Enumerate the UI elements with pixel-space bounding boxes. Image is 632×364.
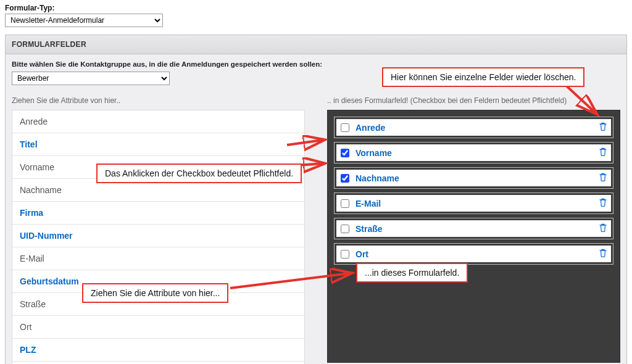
form-field-label: E-Mail <box>356 199 599 209</box>
trash-icon[interactable] <box>599 223 607 234</box>
form-type-label: Formular-Typ: <box>5 4 627 12</box>
source-attribute[interactable]: Land <box>12 362 304 364</box>
form-field-label: Anrede <box>356 123 599 133</box>
contact-group-select[interactable]: Bewerber <box>12 72 170 85</box>
trash-icon[interactable] <box>599 198 607 209</box>
source-attribute[interactable]: E-Mail <box>12 247 304 270</box>
required-checkbox[interactable] <box>341 225 349 233</box>
trash-icon[interactable] <box>599 249 607 259</box>
required-checkbox[interactable] <box>341 174 349 183</box>
form-field-row[interactable]: Vorname <box>334 142 613 163</box>
source-attribute[interactable]: Nachname <box>12 179 304 202</box>
required-checkbox[interactable] <box>341 199 349 208</box>
source-attribute-list: AnredeTitelVornameNachnameFirmaUID-Numme… <box>12 110 305 364</box>
required-checkbox[interactable] <box>341 250 349 259</box>
form-type-select[interactable]: Newsletter-Anmeldeformular <box>5 14 163 27</box>
formularfelder-panel: FORMULARFELDER Bitte wählen Sie die Kont… <box>5 35 627 364</box>
required-checkbox[interactable] <box>341 149 349 157</box>
source-attribute[interactable]: UID-Nummer <box>12 225 304 247</box>
panel-title: FORMULARFELDER <box>6 35 626 54</box>
form-field-row[interactable]: Anrede <box>334 117 613 138</box>
trash-icon[interactable] <box>599 173 607 183</box>
form-field-row[interactable]: E-Mail <box>334 192 613 214</box>
trash-icon[interactable] <box>599 147 607 158</box>
source-attribute[interactable]: Vorname <box>12 156 304 179</box>
form-field-row[interactable]: Straße <box>334 218 613 239</box>
form-field-label: Straße <box>356 224 599 234</box>
trash-icon[interactable] <box>599 122 607 133</box>
form-field-row[interactable]: Nachname <box>334 167 613 189</box>
required-checkbox[interactable] <box>341 123 349 132</box>
drag-hint-right: .. in dieses Formularfeld! (Checkbox bei… <box>327 96 620 105</box>
source-attribute[interactable]: Geburtsdatum <box>12 270 304 293</box>
contact-group-instruction: Bitte wählen Sie die Kontaktgruppe aus, … <box>12 60 620 68</box>
source-attribute[interactable]: Ort <box>12 316 304 339</box>
drag-hint-left: Ziehen Sie die Attribute von hier.. <box>12 96 305 105</box>
source-attribute[interactable]: Straße <box>12 293 304 316</box>
form-field-label: Vorname <box>356 148 599 158</box>
form-field-row[interactable]: Ort <box>334 243 613 265</box>
source-attribute[interactable]: PLZ <box>12 339 304 362</box>
source-attribute[interactable]: Firma <box>12 202 304 225</box>
source-attribute[interactable]: Anrede <box>12 110 304 133</box>
form-field-label: Nachname <box>356 173 599 183</box>
source-attribute[interactable]: Titel <box>12 133 304 156</box>
form-field-drop-area[interactable]: AnredeVornameNachnameE-MailStraßeOrt <box>327 110 620 363</box>
form-field-label: Ort <box>356 249 599 259</box>
